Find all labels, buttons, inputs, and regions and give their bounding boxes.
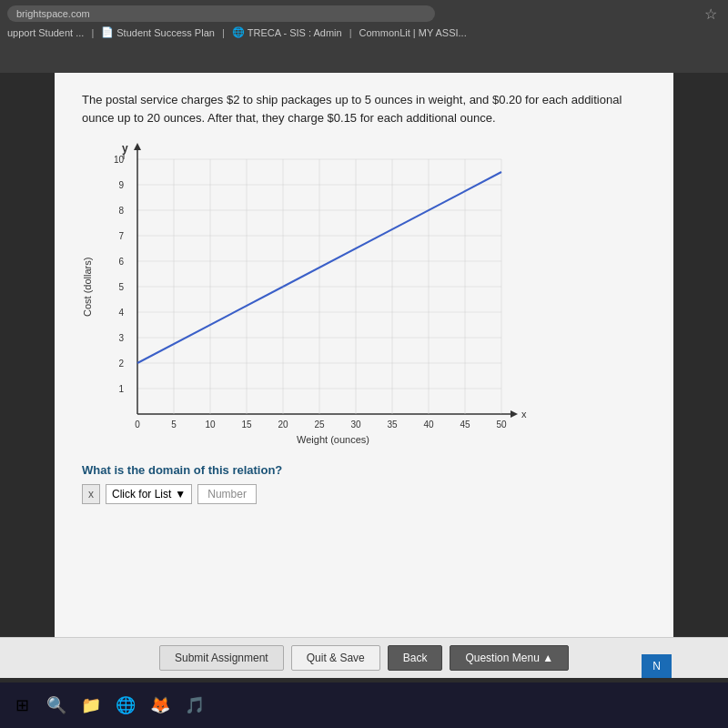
svg-text:6: 6	[118, 257, 124, 267]
chevron-down-icon: ▼	[175, 488, 186, 500]
svg-text:15: 15	[241, 420, 252, 430]
back-button[interactable]: Back	[388, 645, 443, 671]
next-button[interactable]: N	[642, 654, 672, 678]
graph-svg: y	[96, 141, 533, 432]
svg-text:7: 7	[118, 231, 124, 241]
graph-wrapper: y	[96, 141, 533, 445]
bookmark-treca[interactable]: 🌐 TRECA - SIS : Admin	[232, 26, 342, 38]
quit-save-button[interactable]: Quit & Save	[291, 645, 380, 671]
address-bar[interactable]: brightspace.com	[7, 5, 435, 22]
svg-text:40: 40	[423, 420, 434, 430]
firefox-icon[interactable]: 🦊	[146, 691, 175, 720]
main-content: The postal service charges $2 to ship pa…	[55, 73, 673, 673]
globe-icon: 🌐	[232, 26, 245, 38]
bookmark-success[interactable]: 📄 Student Success Plan	[101, 26, 215, 38]
svg-text:50: 50	[496, 420, 507, 430]
svg-text:5: 5	[171, 420, 177, 430]
svg-text:0: 0	[135, 420, 140, 430]
file-explorer-icon[interactable]: 📁	[76, 691, 106, 720]
question-menu-button[interactable]: Question Menu ▲	[450, 645, 569, 671]
music-icon[interactable]: 🎵	[180, 691, 209, 720]
number-input[interactable]: Number	[197, 484, 257, 504]
right-overlay	[673, 73, 728, 673]
windows-icon[interactable]: ⊞	[7, 691, 36, 720]
search-icon[interactable]: 🔍	[42, 691, 71, 720]
bookmarks-bar: upport Student ... | 📄 Student Success P…	[7, 24, 721, 41]
star-icon[interactable]: ☆	[704, 5, 717, 23]
domain-question: What is the domain of this relation?	[82, 463, 646, 477]
x-axis-label: Weight (ounces)	[133, 434, 533, 445]
svg-marker-49	[134, 143, 141, 150]
svg-text:y: y	[122, 142, 128, 155]
svg-text:3: 3	[118, 333, 124, 343]
svg-text:2: 2	[118, 359, 124, 369]
document-icon: 📄	[101, 26, 114, 38]
left-overlay	[0, 73, 55, 673]
taskbar: ⊞ 🔍 📁 🌐 🦊 🎵	[0, 682, 728, 728]
bottom-toolbar: Submit Assignment Quit & Save Back Quest…	[0, 637, 728, 678]
variable-label: x	[82, 484, 100, 504]
svg-text:20: 20	[278, 420, 288, 430]
svg-marker-46	[511, 410, 518, 418]
svg-text:9: 9	[118, 180, 124, 190]
edge-icon[interactable]: 🌐	[111, 691, 140, 720]
svg-text:35: 35	[387, 420, 398, 430]
svg-text:1: 1	[118, 384, 124, 394]
dropdown-label: Click for List	[112, 488, 171, 500]
y-axis-label: Cost (dollars)	[82, 159, 93, 414]
svg-text:5: 5	[118, 282, 124, 292]
svg-text:30: 30	[350, 420, 361, 430]
svg-text:25: 25	[314, 420, 325, 430]
svg-text:10: 10	[114, 155, 125, 165]
bookmark-commonlit[interactable]: CommonLit | MY ASSI...	[359, 27, 467, 38]
svg-text:45: 45	[460, 420, 470, 430]
question-text: The postal service charges $2 to ship pa…	[82, 91, 646, 126]
svg-text:10: 10	[205, 420, 216, 430]
submit-assignment-button[interactable]: Submit Assignment	[159, 645, 284, 671]
graph-container: Cost (dollars) y	[82, 141, 646, 445]
domain-dropdown[interactable]: Click for List ▼	[106, 484, 192, 504]
browser-chrome: brightspace.com upport Student ... | 📄 S…	[0, 0, 728, 73]
svg-text:x: x	[521, 409, 527, 420]
svg-text:8: 8	[118, 206, 124, 216]
svg-text:4: 4	[118, 308, 124, 318]
domain-input-row: x Click for List ▼ Number	[82, 484, 646, 504]
bookmark-support[interactable]: upport Student ...	[7, 27, 84, 38]
